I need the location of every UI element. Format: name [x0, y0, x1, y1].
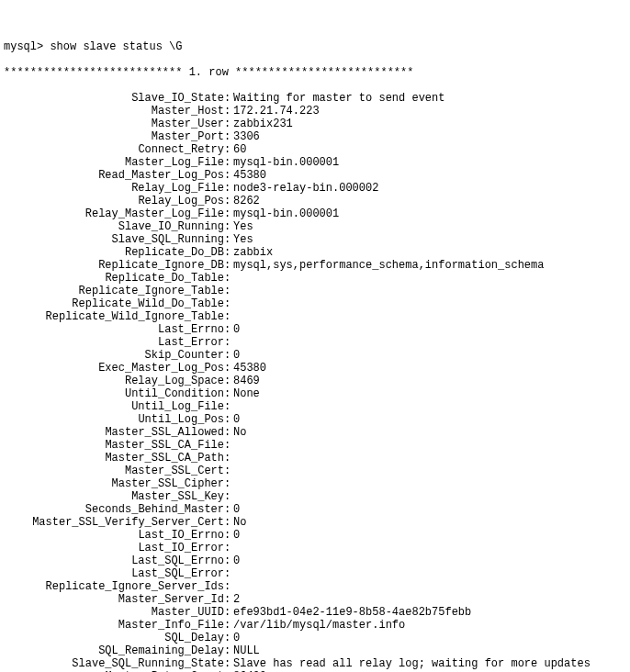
field-key: Master_SSL_Key: [4, 490, 224, 503]
field-row: Seconds_Behind_Master: 0: [4, 503, 630, 516]
field-separator: :: [224, 195, 233, 207]
field-key: Replicate_Ignore_Server_Ids: [4, 580, 224, 593]
field-separator: :: [224, 593, 233, 606]
field-value: [233, 439, 630, 452]
field-separator: :: [224, 272, 233, 285]
field-row: Relay_Log_Space: 8469: [4, 375, 630, 387]
field-value: 60: [233, 143, 630, 156]
field-value: 8469: [233, 375, 630, 387]
field-value: [233, 542, 630, 554]
field-row: Connect_Retry: 60: [4, 143, 630, 156]
field-row: Relay_Log_Pos: 8262: [4, 195, 630, 207]
field-row: Replicate_Do_Table:: [4, 272, 630, 285]
field-value: mysql,sys,performance_schema,information…: [233, 259, 630, 272]
field-value: /var/lib/mysql/master.info: [233, 619, 630, 632]
field-value: [233, 272, 630, 285]
field-separator: :: [224, 387, 233, 400]
field-separator: :: [224, 580, 233, 593]
field-row: Master_Info_File: /var/lib/mysql/master.…: [4, 619, 630, 632]
field-key: Slave_SQL_Running: [4, 233, 224, 246]
field-key: Master_Port: [4, 130, 224, 143]
field-separator: :: [224, 336, 233, 349]
field-row: Replicate_Do_DB: zabbix: [4, 246, 630, 259]
field-key: Last_IO_Errno: [4, 529, 224, 542]
field-separator: :: [224, 156, 233, 169]
field-key: Last_SQL_Error: [4, 567, 224, 580]
field-key: Master_Host: [4, 105, 224, 118]
field-value: 0: [233, 413, 630, 426]
field-value: zabbix: [233, 246, 630, 259]
field-separator: :: [224, 297, 233, 310]
field-value: [233, 490, 630, 503]
field-key: Last_IO_Error: [4, 542, 224, 554]
field-separator: :: [224, 426, 233, 439]
field-separator: :: [224, 644, 233, 657]
field-key: Master_Log_File: [4, 156, 224, 169]
field-separator: :: [224, 207, 233, 220]
field-row: Master_Server_Id: 2: [4, 593, 630, 606]
field-row: Last_Error:: [4, 336, 630, 349]
field-row: Until_Condition: None: [4, 387, 630, 400]
field-separator: :: [224, 375, 233, 387]
field-separator: :: [224, 92, 233, 105]
field-row: Relay_Log_File: node3-relay-bin.000002: [4, 182, 630, 195]
field-separator: :: [224, 323, 233, 336]
field-separator: :: [224, 233, 233, 246]
field-value: [233, 285, 630, 297]
field-separator: :: [224, 529, 233, 542]
field-value: [233, 297, 630, 310]
field-separator: :: [224, 606, 233, 619]
field-row: Master_SSL_CA_Path:: [4, 452, 630, 465]
field-separator: :: [224, 632, 233, 644]
field-row: Slave_IO_State: Waiting for master to se…: [4, 92, 630, 105]
field-separator: :: [224, 246, 233, 259]
field-separator: :: [224, 452, 233, 465]
field-separator: :: [224, 310, 233, 323]
row-header: *************************** 1. row *****…: [4, 66, 630, 79]
field-key: Relay_Log_Pos: [4, 195, 224, 207]
field-separator: :: [224, 657, 233, 670]
field-value: 172.21.74.223: [233, 105, 630, 118]
field-row: Master_UUID: efe93bd1-04e2-11e9-8b58-4ae…: [4, 606, 630, 619]
field-key: Master_SSL_Verify_Server_Cert: [4, 516, 224, 529]
field-separator: :: [224, 503, 233, 516]
field-separator: :: [224, 619, 233, 632]
field-key: Replicate_Do_DB: [4, 246, 224, 259]
field-value: [233, 452, 630, 465]
field-key: Last_Error: [4, 336, 224, 349]
field-value: [233, 400, 630, 413]
field-key: Master_Info_File: [4, 619, 224, 632]
fields-container: Slave_IO_State: Waiting for master to se…: [4, 92, 630, 672]
field-row: SQL_Remaining_Delay: NULL: [4, 644, 630, 657]
field-row: Master_Log_File: mysql-bin.000001: [4, 156, 630, 169]
field-separator: :: [224, 105, 233, 118]
field-key: Master_SSL_CA_Path: [4, 452, 224, 465]
field-key: Master_SSL_Cipher: [4, 477, 224, 490]
prompt-text: mysql> show slave status \G: [4, 40, 182, 53]
field-key: Replicate_Ignore_DB: [4, 259, 224, 272]
field-separator: :: [224, 130, 233, 143]
field-row: Slave_IO_Running: Yes: [4, 220, 630, 233]
field-row: Master_SSL_CA_File:: [4, 439, 630, 452]
field-key: Last_SQL_Errno: [4, 554, 224, 567]
field-separator: :: [224, 490, 233, 503]
field-row: Master_Host: 172.21.74.223: [4, 105, 630, 118]
field-value: 45380: [233, 169, 630, 182]
field-key: Replicate_Wild_Do_Table: [4, 297, 224, 310]
field-separator: :: [224, 465, 233, 477]
field-value: 0: [233, 529, 630, 542]
field-value: 8262: [233, 195, 630, 207]
field-row: Relay_Master_Log_File: mysql-bin.000001: [4, 207, 630, 220]
field-key: Exec_Master_Log_Pos: [4, 362, 224, 375]
mysql-prompt: mysql> show slave status \G: [4, 40, 630, 53]
field-value: [233, 310, 630, 323]
field-separator: :: [224, 220, 233, 233]
field-key: Connect_Retry: [4, 143, 224, 156]
field-value: No: [233, 426, 630, 439]
field-separator: :: [224, 259, 233, 272]
field-key: Until_Condition: [4, 387, 224, 400]
field-row: Master_Port: 3306: [4, 130, 630, 143]
field-value: 0: [233, 323, 630, 336]
field-separator: :: [224, 118, 233, 130]
field-value: efe93bd1-04e2-11e9-8b58-4ae82b75febb: [233, 606, 630, 619]
